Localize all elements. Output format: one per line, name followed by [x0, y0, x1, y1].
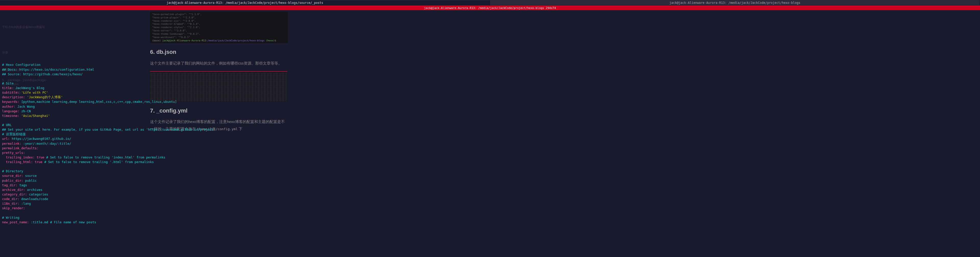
yaml-val: zh-CN	[19, 109, 31, 113]
yaml-val: :title.md	[29, 220, 48, 224]
term-line: "hexo-renderer-ejs": "^2.0.0",	[152, 19, 286, 23]
yaml-key: code_dir:	[2, 197, 19, 201]
yaml-key: description:	[2, 95, 25, 99]
preview-pane[interactable]: "hexo-permalink-plugin": "^1.1.0", "hexo…	[148, 10, 980, 257]
ghost-nav: 分类	[2, 51, 8, 55]
yaml-val: archives	[25, 188, 42, 192]
window-tab-bar: jack@jack-Alienware-Aurora-R13: /media/j…	[0, 0, 980, 6]
term-line: "hexo-wordcount": "^6.0.1"	[152, 36, 286, 39]
article-body: 6. db.json 这个文件主要记录了我们的网站的文件，例如有哪些css资源、…	[150, 47, 288, 132]
yaml-val: :year/:month/:day/:title/	[21, 142, 71, 146]
term-line: "hexo-renderer-stylus": "^2.1.0",	[152, 26, 286, 29]
comment: # Writing	[2, 216, 19, 219]
comment: # File name of new posts	[48, 220, 96, 224]
yaml-key: timezone:	[2, 114, 19, 117]
yaml-key: tag_dir:	[2, 183, 18, 187]
comment: # Set to false to remove trailing '.html…	[42, 160, 154, 164]
comment: # Directory	[2, 169, 23, 173]
yaml-val: categories	[27, 192, 48, 196]
yaml-key: author:	[2, 105, 16, 108]
comment: ## Docs: https://hexo.io/docs/configurat…	[2, 68, 94, 71]
dbjson-fill	[151, 73, 287, 102]
yaml-val: 'Asia/Shanghai'	[19, 114, 50, 117]
yaml-key: pretty_urls:	[2, 151, 25, 155]
prompt-cursor: $	[275, 39, 276, 42]
yaml-key: public_dir:	[2, 179, 23, 182]
editor-pane[interactable]: 于GitHub的多设备Hexo博编写 分类 设置版权链接 5. package.…	[0, 10, 148, 257]
yaml-key: i18n_dir:	[2, 201, 19, 205]
yaml-key: category_dir:	[2, 192, 27, 196]
embedded-terminal: "hexo-permalink-plugin": "^1.1.0", "hexo…	[150, 12, 288, 43]
yaml-key: skip_render:	[2, 206, 25, 210]
tab-left[interactable]: jack@jack-Alienware-Aurora-R13: /media/j…	[0, 0, 490, 5]
tab-right[interactable]: jack@jack-Alienware-Aurora-R13: /media/j…	[490, 0, 980, 5]
yaml-key: url:	[2, 137, 10, 141]
yaml-val: 'Life with PC'	[19, 90, 48, 94]
yaml-key: trailing_html:	[2, 160, 33, 164]
yaml-val: 'JackWang的个人博客'	[25, 95, 63, 99]
yaml-key: subtitle:	[2, 90, 19, 94]
yaml-key: trailing_index:	[2, 155, 35, 159]
term-line: "hexo-server": "^3.0.0",	[152, 29, 286, 32]
comment: ## Source: https://github.com/hexojs/hex…	[2, 72, 83, 76]
yaml-val: public	[23, 179, 37, 182]
yaml-val: [python,machine learning,deep learning,h…	[19, 100, 177, 104]
term-line: "hexo-theme-landscape": "^0.0.3",	[152, 32, 286, 36]
yaml-key: permalink_defaults:	[2, 146, 38, 150]
term-prompt: (base) jack@jack-Alienware-Aurora-R13:/m…	[152, 39, 286, 42]
sub-tab-bar: jack@jack-Alienware-Aurora-R13: /media/j…	[0, 6, 980, 10]
yaml-val: Jack Wang	[16, 105, 35, 108]
yaml-key: permalink:	[2, 142, 21, 146]
yaml-val: downloads/code	[19, 197, 48, 201]
workspace: 于GitHub的多设备Hexo博编写 分类 设置版权链接 5. package.…	[0, 10, 980, 257]
yaml-val: true	[35, 155, 45, 159]
ghost-nav: 于GitHub的多设备Hexo博编写	[2, 25, 45, 29]
heading-6-dbjson: 6. db.json	[150, 47, 288, 57]
prompt-env: (base)	[152, 39, 161, 42]
prompt-path: :/media/jack/JackCode/project/hexo-blogs	[206, 39, 265, 42]
yaml-key: language:	[2, 109, 19, 113]
comment: # 设置版权链接	[2, 132, 26, 136]
term-line: "hexo-renderer-kramed": "^0.1.4",	[152, 22, 286, 26]
term-line: "hexo-permalink-plugin": "^1.1.0",	[152, 13, 286, 16]
prompt-git: (hexo)	[264, 39, 275, 42]
comment: # Set to false to remove trailing 'index…	[45, 155, 165, 159]
yaml-key: keywords:	[2, 100, 19, 104]
comment: # Hexo Configuration	[2, 63, 41, 67]
paragraph-text: 下	[238, 127, 242, 131]
yaml-key: new_post_name:	[2, 220, 29, 224]
yaml-key: title:	[2, 86, 14, 90]
heading-7-configyml: 7. _config.yml	[150, 105, 288, 116]
term-line: "hexo-prism-plugin": "^2.3.0",	[152, 16, 286, 19]
comment: # Site	[2, 81, 14, 85]
yaml-code: # Hexo Configuration ## Docs: https://he…	[2, 58, 146, 229]
yaml-val: source	[23, 174, 37, 178]
yaml-val: JackWang's Blog	[14, 86, 44, 90]
yaml-val: :lang	[19, 201, 31, 205]
dbjson-screenshot	[150, 71, 287, 102]
yaml-key: archive_dir:	[2, 188, 25, 192]
comment: ## Set your site url here. For example, …	[2, 128, 215, 132]
prompt-user: jack@jack-Alienware-Aurora-R13	[161, 39, 206, 42]
comment: # URL	[2, 123, 12, 127]
yaml-key: source_dir:	[2, 174, 23, 178]
yaml-val: https://jackwang0107.github.io/	[10, 137, 71, 141]
sub-tab[interactable]: jack@jack-Alienware-Aurora-R13: /media/j…	[422, 6, 558, 10]
yaml-val: tags	[18, 183, 27, 187]
paragraph: 这个文件主要记录了我们的网站的文件，例如有哪些css资源、那些文章等等。	[150, 60, 288, 67]
yaml-val: true	[33, 160, 42, 164]
